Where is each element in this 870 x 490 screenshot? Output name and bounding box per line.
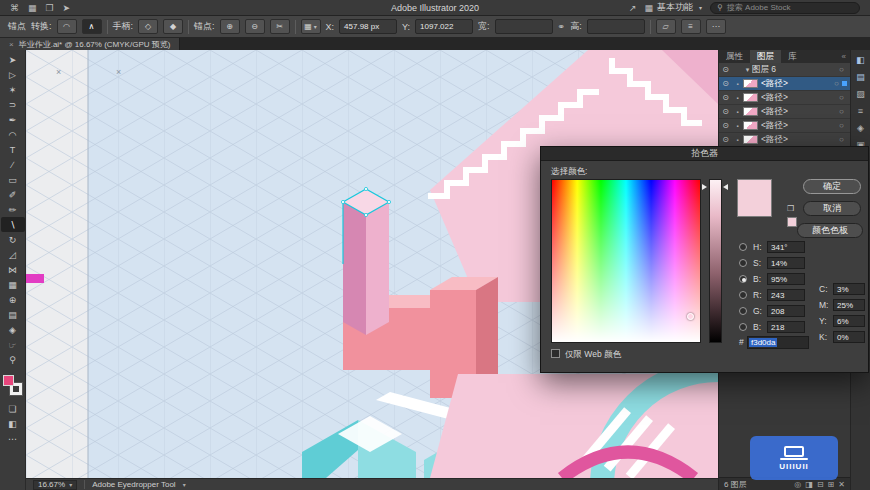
visibility-toggle-icon[interactable]: ⊙ bbox=[719, 107, 732, 116]
scale-tool[interactable]: ◿ bbox=[1, 247, 25, 262]
visibility-toggle-icon[interactable]: ⊙ bbox=[719, 135, 732, 144]
new-sublayer-icon[interactable]: ⊟ bbox=[817, 480, 824, 489]
ok-button[interactable]: 确定 bbox=[803, 179, 861, 194]
convert-smooth-button[interactable]: ◠ bbox=[57, 19, 77, 34]
close-icon[interactable]: × bbox=[9, 40, 14, 49]
screen-mode-button[interactable]: ◧ bbox=[1, 416, 25, 431]
eyedropper-tool[interactable]: ∖ bbox=[1, 217, 25, 232]
align-options-button[interactable]: ≡ bbox=[681, 19, 701, 34]
tab-libraries[interactable]: 库 bbox=[781, 50, 804, 63]
locate-object-icon[interactable]: ◎ bbox=[794, 480, 801, 489]
color-field[interactable] bbox=[551, 179, 701, 343]
layer-row-path[interactable]: ⊙ ▪ <路径> ○ bbox=[719, 133, 850, 147]
target-icon[interactable]: ○ bbox=[836, 107, 847, 116]
pencil-tool[interactable]: ✏ bbox=[1, 202, 25, 217]
hand-tool[interactable]: ☞ bbox=[1, 337, 25, 352]
pointer-icon[interactable]: ➤ bbox=[63, 0, 71, 16]
y-input[interactable]: 1097.022 bbox=[415, 19, 473, 34]
shape-builder-tool[interactable]: ⊕ bbox=[1, 292, 25, 307]
anchor-point[interactable] bbox=[364, 187, 367, 190]
x-input[interactable]: 457.98 px bbox=[339, 19, 397, 34]
anchor-cut-button[interactable]: ✂ bbox=[270, 19, 290, 34]
cancel-button[interactable]: 取消 bbox=[803, 201, 861, 216]
share-icon[interactable]: ↗ bbox=[629, 0, 637, 16]
target-icon[interactable]: ○ bbox=[836, 121, 847, 130]
fill-stroke-swatches[interactable] bbox=[1, 374, 25, 401]
transform-options-button[interactable]: ▱ bbox=[656, 19, 676, 34]
handles-show-button[interactable]: ◇ bbox=[138, 19, 158, 34]
visibility-toggle-icon[interactable]: ⊙ bbox=[719, 93, 732, 102]
width-input[interactable] bbox=[495, 19, 553, 34]
radio-s[interactable] bbox=[739, 259, 747, 267]
app-switcher-icon[interactable]: ▦ bbox=[28, 0, 37, 16]
height-input[interactable] bbox=[587, 19, 645, 34]
radio-r[interactable] bbox=[739, 291, 747, 299]
lock-icon[interactable]: ▪ bbox=[732, 81, 743, 87]
link-dimensions-icon[interactable]: ⚭ bbox=[558, 19, 566, 35]
blend-tool[interactable]: ◈ bbox=[1, 322, 25, 337]
draw-mode-button[interactable]: ❏ bbox=[1, 401, 25, 416]
visibility-toggle-icon[interactable]: ⊙ bbox=[719, 65, 732, 74]
gradient-panel-icon[interactable]: ▨ bbox=[856, 89, 865, 99]
color-field-marker[interactable] bbox=[687, 313, 694, 320]
radio-b2[interactable] bbox=[739, 323, 747, 331]
lock-icon[interactable]: ▪ bbox=[732, 95, 743, 101]
stroke-panel-icon[interactable]: ≡ bbox=[858, 106, 863, 116]
tab-properties[interactable]: 属性 bbox=[719, 50, 750, 63]
y-cmyk-input[interactable]: 6% bbox=[833, 315, 865, 327]
layer-row-path[interactable]: ⊙ ▪ <路径> ○ bbox=[719, 91, 850, 105]
target-icon[interactable]: ○ bbox=[836, 93, 847, 102]
direct-selection-tool[interactable]: ▷ bbox=[1, 67, 25, 82]
layer-row-path[interactable]: ⊙ ▪ <路径> ○ bbox=[719, 119, 850, 133]
target-icon[interactable]: ○ bbox=[836, 65, 847, 74]
appearance-panel-icon[interactable]: ◈ bbox=[857, 123, 864, 133]
anchor-remove-button[interactable]: ⊖ bbox=[245, 19, 265, 34]
apple-menu-icon[interactable]: ⌘ bbox=[10, 0, 19, 16]
free-transform-tool[interactable]: ▦ bbox=[1, 277, 25, 292]
collapse-panel-icon[interactable]: « bbox=[838, 50, 850, 63]
type-tool[interactable]: T bbox=[1, 142, 25, 157]
make-clipping-mask-icon[interactable]: ◨ bbox=[805, 480, 813, 489]
radio-g[interactable] bbox=[739, 307, 747, 315]
out-of-gamut-icon[interactable]: ❒ bbox=[787, 204, 794, 213]
lock-icon[interactable]: ▪ bbox=[732, 109, 743, 115]
k-input[interactable]: 0% bbox=[833, 331, 865, 343]
rectangle-tool[interactable]: ▭ bbox=[1, 172, 25, 187]
gradient-tool[interactable]: ▤ bbox=[1, 307, 25, 322]
selection-tool[interactable]: ➤ bbox=[1, 52, 25, 67]
anchor-point[interactable] bbox=[387, 200, 390, 203]
layer-row-path[interactable]: ⊙ ▪ <路径> ○ bbox=[719, 105, 850, 119]
anchor-point[interactable] bbox=[364, 213, 367, 216]
anchor-point[interactable] bbox=[341, 200, 344, 203]
workspace-switcher[interactable]: ▦ 基本功能 ▾ bbox=[644, 0, 702, 16]
new-layer-icon[interactable]: ⊞ bbox=[828, 480, 835, 489]
target-icon[interactable]: ○ bbox=[836, 135, 847, 144]
gamut-color-swatch[interactable] bbox=[787, 217, 797, 227]
magic-wand-tool[interactable]: ✶ bbox=[1, 82, 25, 97]
swatches-panel-icon[interactable]: ▤ bbox=[856, 72, 865, 82]
curvature-tool[interactable]: ◠ bbox=[1, 127, 25, 142]
hex-input[interactable]: f3d0da bbox=[747, 336, 809, 349]
brightness-slider[interactable] bbox=[709, 179, 722, 343]
g-input[interactable]: 208 bbox=[767, 305, 805, 317]
width-tool[interactable]: ⋈ bbox=[1, 262, 25, 277]
slider-marker-right-icon[interactable] bbox=[723, 184, 728, 190]
c-input[interactable]: 3% bbox=[833, 283, 865, 295]
color-panel-icon[interactable]: ◧ bbox=[856, 55, 865, 65]
radio-b[interactable] bbox=[739, 275, 747, 283]
line-segment-tool[interactable]: ∕ bbox=[1, 157, 25, 172]
anchor-add-button[interactable]: ⊕ bbox=[220, 19, 240, 34]
tab-layers[interactable]: 图层 bbox=[750, 50, 781, 63]
slider-marker-left-icon[interactable] bbox=[702, 184, 707, 190]
edit-toolbar-button[interactable]: ⋯ bbox=[1, 431, 25, 446]
snap-grid-button[interactable]: ▦ ▾ bbox=[301, 19, 321, 34]
zoom-tool[interactable]: ⚲ bbox=[1, 352, 25, 367]
visibility-toggle-icon[interactable]: ⊙ bbox=[719, 121, 732, 130]
more-options-button[interactable]: ⋯ bbox=[706, 19, 726, 34]
s-input[interactable]: 14% bbox=[767, 257, 805, 269]
handles-hide-button[interactable]: ◆ bbox=[163, 19, 183, 34]
r-input[interactable]: 243 bbox=[767, 289, 805, 301]
m-input[interactable]: 25% bbox=[833, 299, 865, 311]
window-icon[interactable]: ❐ bbox=[46, 0, 54, 16]
color-swatches-button[interactable]: 颜色色板 bbox=[797, 223, 863, 238]
